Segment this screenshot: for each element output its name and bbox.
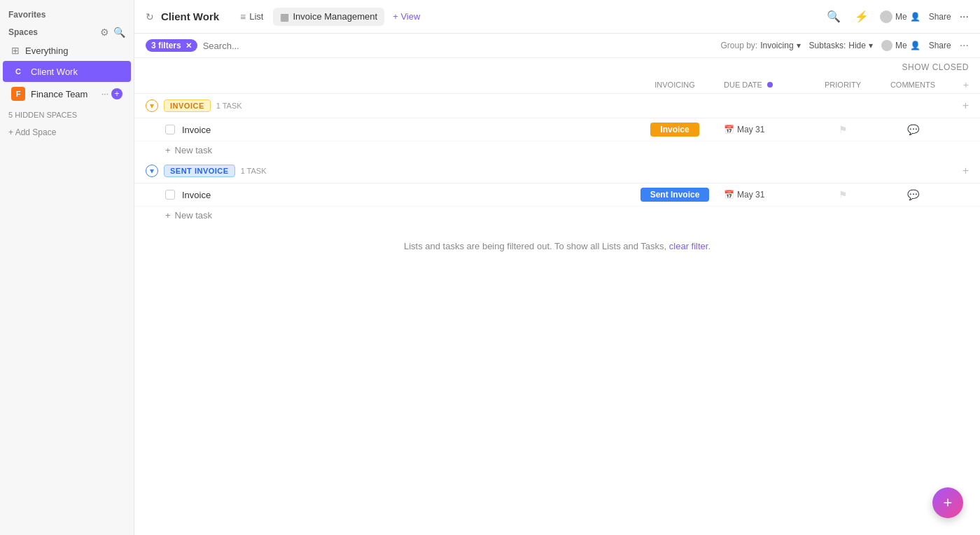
filterbar-right: Group by: Invoicing ▾ Subtasks: Hide ▾ M…: [720, 39, 969, 52]
group-count-sent-invoice: 1 TASK: [241, 167, 267, 175]
me-avatar: [880, 11, 892, 23]
list-icon: ≡: [240, 11, 246, 22]
finance-team-more-btn[interactable]: ···: [102, 89, 108, 99]
group-badge-invoice: INVOICE: [164, 99, 211, 112]
subtasks-label: Subtasks:: [809, 41, 846, 50]
tab-invoice-management[interactable]: ▦ Invoice Management: [273, 8, 384, 26]
tab-add-view[interactable]: + View: [387, 8, 426, 25]
group-toggle-sent-invoice[interactable]: ▾: [146, 165, 158, 177]
col-add-btn[interactable]: +: [948, 79, 969, 90]
groupby-label: Group by:: [720, 41, 757, 50]
task-invoice-badge-1: Invoice: [626, 123, 724, 137]
group-toggle-invoice[interactable]: ▾: [146, 99, 158, 112]
task-priority-2: ⚑: [808, 189, 878, 200]
topbar-refresh-icon: ↻: [146, 11, 154, 22]
add-space-btn[interactable]: + Add Space: [0, 125, 134, 140]
share-btn[interactable]: Share: [929, 12, 951, 22]
priority-flag-2[interactable]: ⚑: [839, 189, 848, 200]
new-task-row-1[interactable]: + New task: [134, 141, 980, 159]
task-checkbox-1[interactable]: [165, 125, 175, 134]
clear-filter-link[interactable]: clear filter: [669, 241, 708, 251]
filter-badge[interactable]: 3 filters ✕: [146, 39, 197, 52]
me-label: Me: [895, 12, 907, 22]
group-add-sent-invoice[interactable]: +: [962, 165, 969, 177]
col-priority: PRIORITY: [808, 81, 878, 89]
me-view-label: Me: [895, 41, 907, 50]
me-view-user-icon: 👤: [910, 41, 920, 50]
group-add-invoice[interactable]: +: [962, 99, 969, 112]
filter-notice-text: Lists and tasks are being filtered out. …: [404, 241, 666, 251]
grid-icon: ⊞: [11, 45, 20, 56]
task-name-1[interactable]: Invoice: [182, 125, 626, 135]
col-duedate: DUE DATE: [724, 81, 808, 89]
finance-team-actions: ··· +: [102, 88, 122, 99]
task-comments-2: 💬: [878, 189, 948, 200]
settings-icon[interactable]: ⚙: [100, 27, 109, 38]
new-task-plus-2: +: [165, 210, 171, 221]
show-closed-bar: SHOW CLOSED: [134, 58, 980, 76]
invoice-badge-1[interactable]: Invoice: [650, 123, 699, 137]
due-date-dot: [767, 82, 773, 88]
me-view-btn[interactable]: Me 👤: [881, 40, 920, 51]
task-invoice-badge-2: Sent Invoice: [626, 188, 724, 202]
group-badge-sent-invoice: Sent Invoice: [164, 165, 235, 177]
sidebar-item-client-work[interactable]: C Client Work: [3, 61, 131, 82]
col-invoicing: INVOICING: [626, 81, 724, 89]
search-input[interactable]: [203, 41, 715, 51]
table-row: Invoice Invoice 📅 May 31 ⚑ 💬: [134, 118, 980, 141]
sidebar-item-finance-team[interactable]: F Finance Team ··· +: [3, 83, 131, 104]
filter-count: 3 filters: [151, 41, 181, 50]
topbar-tabs: ≡ List ▦ Invoice Management + View: [233, 8, 818, 26]
task-area: INVOICING DUE DATE PRIORITY COMMENTS + ▾…: [134, 76, 980, 535]
tab-list[interactable]: ≡ List: [233, 8, 270, 26]
new-task-row-2[interactable]: + New task: [134, 207, 980, 224]
tab-list-label: List: [249, 11, 263, 22]
main-content: ↻ Client Work ≡ List ▦ Invoice Managemen…: [134, 0, 980, 535]
topbar-search-btn[interactable]: 🔍: [824, 7, 844, 26]
new-task-plus-1: +: [165, 145, 171, 155]
comment-icon-1[interactable]: 💬: [907, 124, 919, 135]
filterbar-more-btn[interactable]: ···: [960, 39, 969, 52]
search-icon[interactable]: 🔍: [113, 27, 125, 38]
column-headers: INVOICING DUE DATE PRIORITY COMMENTS +: [134, 76, 980, 94]
tab-invoice-label: Invoice Management: [293, 11, 377, 22]
me-user-icon: 👤: [910, 12, 920, 22]
priority-flag-1[interactable]: ⚑: [839, 124, 848, 135]
invoice-icon: ▦: [280, 11, 289, 22]
groupby-btn[interactable]: Group by: Invoicing ▾: [720, 41, 800, 50]
hidden-spaces-label[interactable]: 5 HIDDEN SPACES: [0, 105, 134, 125]
subtasks-chevron: ▾: [869, 41, 873, 50]
subtasks-btn[interactable]: Subtasks: Hide ▾: [809, 41, 873, 50]
filter-clear-x[interactable]: ✕: [186, 41, 192, 50]
duedate-val-2: May 31: [737, 190, 764, 200]
filterbar: 3 filters ✕ Group by: Invoicing ▾ Subtas…: [134, 34, 980, 58]
subtasks-value: Hide: [848, 41, 866, 50]
topbar: ↻ Client Work ≡ List ▦ Invoice Managemen…: [134, 0, 980, 34]
share-label: Share: [929, 12, 951, 22]
sidebar-item-everything[interactable]: ⊞ Everything: [3, 41, 131, 60]
col-comments: COMMENTS: [878, 81, 948, 89]
client-work-icon: C: [11, 64, 25, 78]
group-header-invoice: ▾ INVOICE 1 TASK +: [134, 94, 980, 118]
topbar-more-btn[interactable]: ···: [960, 11, 969, 23]
me-filter-btn[interactable]: Me 👤: [880, 11, 920, 23]
new-task-label-2: New task: [175, 210, 212, 221]
sidebar-spaces-icons: ⚙ 🔍: [100, 27, 125, 38]
share-view-label: Share: [929, 41, 951, 50]
finance-team-add-btn[interactable]: +: [111, 88, 122, 99]
share-view-btn[interactable]: Share: [929, 41, 951, 50]
sidebar-favorites-label: Favorites: [0, 6, 134, 24]
task-comments-1: 💬: [878, 124, 948, 135]
topbar-lightning-btn[interactable]: ⚡: [852, 7, 872, 26]
task-duedate-2: 📅 May 31: [724, 190, 808, 200]
fab-btn[interactable]: +: [932, 487, 963, 518]
task-name-2[interactable]: Invoice: [182, 190, 626, 200]
task-duedate-1: 📅 May 31: [724, 125, 808, 134]
task-checkbox-2[interactable]: [165, 190, 175, 200]
show-closed-btn[interactable]: SHOW CLOSED: [902, 62, 969, 72]
invoice-badge-2[interactable]: Sent Invoice: [640, 188, 710, 202]
groupby-value: Invoicing: [760, 41, 793, 50]
me-view-avatar: [881, 40, 892, 51]
comment-icon-2[interactable]: 💬: [907, 189, 919, 200]
finance-team-label: Finance Team: [31, 89, 102, 99]
